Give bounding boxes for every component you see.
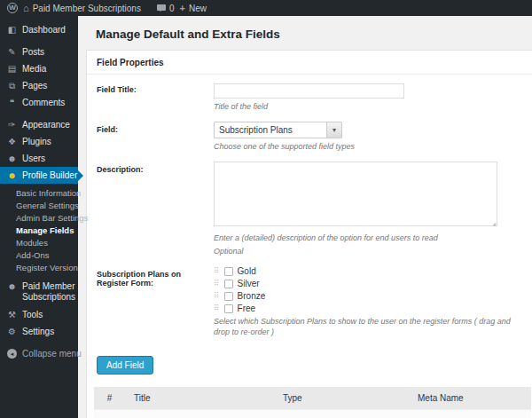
- sidebar-item-label: Dashboard: [22, 25, 66, 35]
- plan-option-free: ⠿ Free: [214, 304, 522, 313]
- new-content-menu[interactable]: + New: [180, 3, 207, 13]
- bronze-checkbox[interactable]: [224, 292, 233, 301]
- column-header-meta-name: Meta Name: [409, 387, 531, 410]
- comments-count: 0: [169, 4, 175, 13]
- description-row: Description: Enter a (detailed) descript…: [97, 162, 522, 256]
- checkbox-label: Gold: [238, 266, 256, 276]
- plus-icon: +: [180, 3, 185, 13]
- table-header-row: # Title Type Meta Name: [94, 387, 531, 410]
- sidebar-item-label: Users: [22, 154, 45, 163]
- gold-checkbox[interactable]: [224, 267, 233, 276]
- sidebar-item-label: Pages: [22, 81, 47, 91]
- sidebar-item-label: Posts: [22, 47, 44, 57]
- sidebar-item-label: Tools: [22, 310, 43, 319]
- plan-option-gold: ⠿ Gold: [214, 266, 522, 276]
- comments-icon: ❝: [7, 98, 17, 107]
- wordpress-logo-icon: W: [7, 3, 18, 13]
- submenu-item-general-settings[interactable]: General Settings: [0, 199, 78, 211]
- column-header-title: Title: [125, 387, 274, 410]
- comments-bubble-icon: [157, 4, 166, 11]
- comments-menu[interactable]: 0: [157, 4, 175, 13]
- checkbox-label: Silver: [238, 279, 260, 288]
- sidebar-item-dashboard[interactable]: ◧ Dashboard: [0, 21, 78, 38]
- description-optional-helper: Optional: [214, 246, 522, 256]
- submenu-item-modules[interactable]: Modules: [0, 236, 78, 248]
- sidebar-item-plugins[interactable]: ❖ Plugins: [0, 133, 78, 150]
- wp-logo-menu[interactable]: W: [7, 3, 18, 13]
- cell-meta-name: [409, 410, 531, 418]
- posts-icon: ✎: [7, 47, 17, 57]
- sidebar-item-comments[interactable]: ❝ Comments: [0, 94, 78, 111]
- field-title-label: Field Title:: [97, 82, 214, 112]
- page-title: Manage Default and Extra Fields: [96, 28, 532, 41]
- field-type-selected-value: Subscription Plans: [215, 122, 326, 138]
- sidebar-item-tools[interactable]: ⚒ Tools: [0, 306, 78, 323]
- wordpress-admin-screen: W ⌂ Paid Member Subscriptions 0 + New ◧ …: [0, 0, 532, 418]
- sidebar-item-settings[interactable]: ⚙ Settings: [0, 323, 78, 340]
- cell-num: 1: [94, 410, 125, 418]
- table-row[interactable]: 1 Name Default - Name (Heading): [94, 410, 531, 418]
- media-icon: ▤: [7, 64, 17, 74]
- tools-icon: ⚒: [7, 310, 17, 319]
- sidebar-item-media[interactable]: ▤ Media: [0, 60, 78, 77]
- field-properties-heading: Field Properties: [87, 51, 532, 75]
- sidebar-item-posts[interactable]: ✎ Posts: [0, 43, 78, 60]
- site-name-label: Paid Member Subscriptions: [33, 4, 141, 13]
- fields-table: # Title Type Meta Name 1 Name Default - …: [94, 387, 531, 418]
- sidebar-item-label: Plugins: [22, 137, 51, 146]
- submenu-item-add-ons[interactable]: Add-Ons: [0, 248, 78, 261]
- dashboard-icon: ◧: [7, 25, 17, 35]
- subscription-plans-label: Subscription Plans on Register Form:: [97, 266, 214, 337]
- home-icon: ⌂: [23, 4, 29, 13]
- profile-builder-submenu: Basic Information General Settings Admin…: [0, 184, 78, 278]
- free-checkbox[interactable]: [224, 304, 233, 313]
- site-name-menu[interactable]: ⌂ Paid Member Subscriptions: [23, 4, 141, 13]
- plugins-icon: ❖: [7, 137, 17, 146]
- drag-handle-icon[interactable]: ⠿: [214, 292, 220, 300]
- description-textarea[interactable]: [214, 162, 497, 226]
- paid-member-subscriptions-icon: ☻: [7, 281, 17, 291]
- users-icon: ☻: [7, 154, 17, 163]
- field-properties-box: Field Properties Field Title: Title of t…: [86, 50, 532, 418]
- drag-handle-icon[interactable]: ⠿: [214, 304, 220, 312]
- chevron-down-icon: ▾: [326, 122, 341, 138]
- subscription-plans-row: Subscription Plans on Register Form: ⠿ G…: [97, 266, 522, 337]
- submenu-item-register-version[interactable]: Register Version: [0, 261, 78, 273]
- plan-option-silver: ⠿ Silver: [214, 279, 522, 288]
- field-type-row: Field: Subscription Plans ▾ Choose one o…: [97, 122, 522, 152]
- admin-sidebar: ◧ Dashboard ✎ Posts ▤ Media ⧉ Pages ❝ Co…: [0, 16, 78, 418]
- sidebar-item-label: Media: [22, 64, 46, 74]
- submenu-item-basic-information[interactable]: Basic Information: [0, 186, 78, 199]
- sidebar-item-appearance[interactable]: ✑ Appearance: [0, 116, 78, 133]
- collapse-menu-button[interactable]: ◂ Collapse menu: [0, 345, 78, 362]
- sidebar-item-pages[interactable]: ⧉ Pages: [0, 77, 78, 94]
- field-title-helper: Title of the field: [214, 101, 522, 112]
- field-type-select[interactable]: Subscription Plans ▾: [214, 122, 342, 138]
- description-helper: Enter a (detailed) description of the op…: [214, 233, 522, 243]
- subscription-plans-helper: Select which Subscription Plans to show …: [214, 316, 522, 337]
- sidebar-item-label: Paid Member Subscriptions: [22, 281, 77, 303]
- add-field-button[interactable]: Add Field: [97, 356, 153, 375]
- field-type-helper: Choose one of the supported field types: [214, 141, 522, 152]
- new-label: New: [189, 4, 207, 13]
- sidebar-item-label: Appearance: [22, 120, 70, 130]
- admin-bar: W ⌂ Paid Member Subscriptions 0 + New: [0, 0, 532, 16]
- sidebar-item-label: Profile Builder: [22, 170, 77, 180]
- drag-handle-icon[interactable]: ⠿: [214, 280, 220, 288]
- submenu-item-admin-bar-settings[interactable]: Admin Bar Settings: [0, 211, 78, 224]
- plan-option-bronze: ⠿ Bronze: [214, 291, 522, 301]
- appearance-icon: ✑: [7, 120, 17, 130]
- sidebar-item-label: Collapse menu: [22, 349, 82, 359]
- sidebar-item-profile-builder[interactable]: ☻ Profile Builder: [0, 167, 78, 184]
- main-content: Manage Default and Extra Fields Field Pr…: [78, 16, 532, 418]
- silver-checkbox[interactable]: [224, 280, 233, 288]
- cell-title: Name: [125, 410, 274, 418]
- profile-builder-icon: ☻: [7, 170, 17, 180]
- sidebar-item-paid-member-subscriptions[interactable]: ☻ Paid Member Subscriptions: [0, 278, 78, 306]
- sidebar-item-users[interactable]: ☻ Users: [0, 150, 78, 167]
- checkbox-label: Free: [238, 304, 256, 313]
- field-title-input[interactable]: [214, 83, 404, 99]
- submenu-item-manage-fields[interactable]: Manage Fields: [0, 224, 78, 236]
- column-header-num: #: [94, 387, 125, 410]
- drag-handle-icon[interactable]: ⠿: [214, 267, 220, 275]
